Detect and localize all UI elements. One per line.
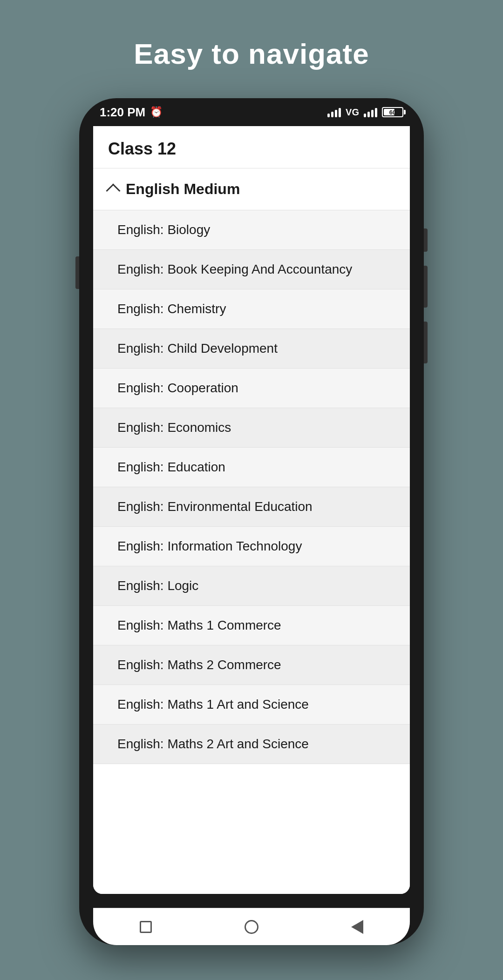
list-item[interactable]: English: Maths 2 Commerce (93, 645, 410, 685)
list-item[interactable]: English: Environmental Education (93, 487, 410, 527)
list-item[interactable]: English: Maths 1 Commerce (93, 606, 410, 645)
phone-screen: Class 12 English Medium English: Biology… (93, 126, 410, 894)
status-bar: 1:20 PM ⏰ VG 60 (79, 98, 424, 126)
alarm-icon: ⏰ (150, 106, 163, 118)
list-item[interactable]: English: Economics (93, 408, 410, 448)
list-item[interactable]: English: Child Development (93, 329, 410, 369)
section-title: English Medium (126, 181, 240, 198)
list-item[interactable]: English: Cooperation (93, 369, 410, 408)
list-item[interactable]: English: Chemistry (93, 289, 410, 329)
recent-apps-icon (140, 921, 152, 933)
volume-button (75, 256, 79, 289)
app-header-title: Class 12 (108, 139, 176, 158)
list-item[interactable]: English: Logic (93, 566, 410, 606)
volume-up-button (424, 266, 428, 308)
volume-down-button (424, 322, 428, 363)
battery-level: 60 (389, 109, 396, 116)
list-item[interactable]: English: Maths 1 Art and Science (93, 685, 410, 725)
home-button[interactable] (242, 918, 261, 936)
status-time: 1:20 PM ⏰ (100, 105, 163, 120)
power-button (424, 228, 428, 252)
list-item[interactable]: English: Maths 2 Art and Science (93, 725, 410, 764)
network-type-icon: VG (346, 107, 359, 118)
list-item[interactable]: English: Information Technology (93, 527, 410, 566)
chevron-up-icon (106, 183, 120, 198)
back-icon (351, 920, 363, 934)
status-right-icons: VG 60 (327, 107, 403, 118)
bottom-nav-bar (93, 908, 410, 945)
signal-icon-2 (364, 107, 377, 117)
back-button[interactable] (348, 918, 367, 936)
app-header: Class 12 (93, 126, 410, 168)
recent-apps-button[interactable] (136, 918, 155, 936)
signal-icon (327, 107, 341, 117)
home-icon (245, 920, 258, 934)
page-title: Easy to navigate (134, 37, 369, 70)
list-item[interactable]: English: Book Keeping And Accountancy (93, 250, 410, 289)
list-item[interactable]: English: Education (93, 448, 410, 487)
time-display: 1:20 PM (100, 105, 145, 120)
list-item[interactable]: English: Biology (93, 210, 410, 250)
subject-list: English: Biology English: Book Keeping A… (93, 210, 410, 764)
section-header[interactable]: English Medium (93, 168, 410, 210)
phone-frame: 1:20 PM ⏰ VG 60 (79, 98, 424, 945)
battery-icon: 60 (382, 107, 403, 117)
app-content: English Medium English: Biology English:… (93, 168, 410, 894)
